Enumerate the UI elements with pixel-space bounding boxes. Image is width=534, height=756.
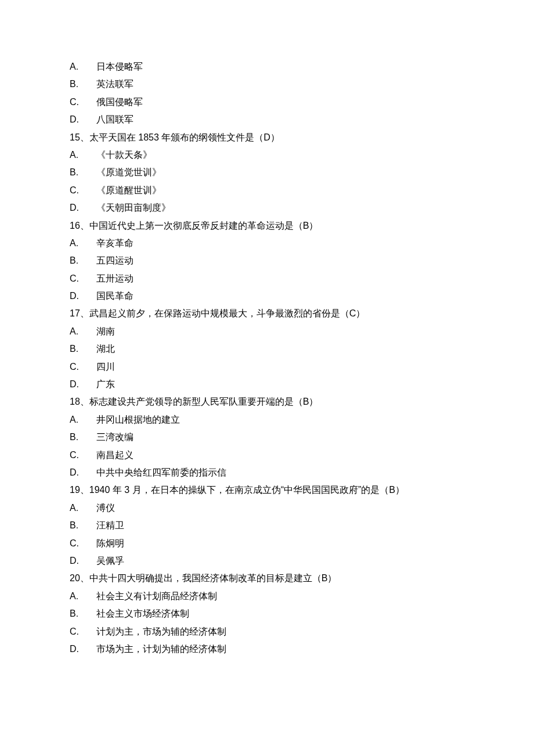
option-row: A. 日本侵略军 bbox=[70, 58, 464, 75]
option-row: A. 溥仪 bbox=[70, 499, 464, 517]
option-letter: A. bbox=[70, 323, 96, 340]
option-letter: B. bbox=[70, 164, 96, 181]
question-number: 20、 bbox=[70, 573, 89, 583]
option-row: D. 市场为主，计划为辅的经济体制 bbox=[70, 640, 464, 658]
option-letter: D. bbox=[70, 199, 96, 217]
question-stem: 18、标志建设共产党领导的新型人民军队重要开端的是（B） bbox=[70, 393, 464, 411]
option-row: D. 八国联军 bbox=[70, 111, 464, 128]
option-letter: A. bbox=[70, 146, 96, 164]
option-row: D. 国民革命 bbox=[70, 287, 464, 305]
option-letter: C. bbox=[70, 93, 96, 111]
option-letter: D. bbox=[70, 640, 96, 658]
option-row: A. 井冈山根据地的建立 bbox=[70, 411, 464, 429]
question-number: 19、 bbox=[70, 485, 89, 495]
option-letter: A. bbox=[70, 411, 96, 429]
option-text: 五卅运动 bbox=[96, 270, 134, 287]
option-letter: A. bbox=[70, 499, 96, 517]
option-letter: C. bbox=[70, 358, 96, 376]
option-text: 溥仪 bbox=[96, 499, 115, 517]
option-letter: D. bbox=[70, 464, 96, 481]
option-text: 湖北 bbox=[96, 340, 115, 358]
option-text: 南昌起义 bbox=[96, 447, 134, 464]
option-row: C. 五卅运动 bbox=[70, 270, 464, 287]
question-text: 中共十四大明确提出，我国经济体制改革的目标是建立（B） bbox=[89, 573, 337, 583]
question-text: 1940 年 3 月，在日本的操纵下，在南京成立伪“中华民国国民政府”的是（B） bbox=[89, 485, 405, 495]
question-stem: 16、中国近代史上第一次彻底反帝反封建的革命运动是（B） bbox=[70, 217, 464, 235]
option-letter: C. bbox=[70, 535, 96, 552]
option-row: C. 陈炯明 bbox=[70, 535, 464, 552]
option-text: 广东 bbox=[96, 376, 115, 393]
question-number: 16、 bbox=[70, 221, 89, 231]
option-text: 《原道醒世训》 bbox=[96, 182, 161, 199]
option-row: A. 社会主义有计划商品经济体制 bbox=[70, 588, 464, 605]
option-row: B. 《原道觉世训》 bbox=[70, 164, 464, 181]
question-text: 太平天国在 1853 年颁布的纲领性文件是（D） bbox=[89, 132, 280, 142]
option-text: 汪精卫 bbox=[96, 517, 124, 534]
option-text: 八国联军 bbox=[96, 111, 134, 128]
option-row: B. 湖北 bbox=[70, 340, 464, 358]
option-letter: A. bbox=[70, 235, 96, 252]
option-text: 《原道觉世训》 bbox=[96, 164, 161, 181]
option-text: 《天朝田亩制度》 bbox=[96, 199, 171, 217]
option-row: B. 英法联军 bbox=[70, 75, 464, 93]
option-letter: B. bbox=[70, 517, 96, 534]
option-letter: D. bbox=[70, 376, 96, 393]
question-number: 15、 bbox=[70, 132, 89, 142]
option-letter: D. bbox=[70, 552, 96, 570]
option-letter: B. bbox=[70, 75, 96, 93]
option-row: D. 中共中央给红四军前委的指示信 bbox=[70, 464, 464, 481]
question-stem: 15、太平天国在 1853 年颁布的纲领性文件是（D） bbox=[70, 129, 464, 146]
option-text: 计划为主，市场为辅的经济体制 bbox=[96, 623, 226, 640]
option-row: B. 三湾改编 bbox=[70, 429, 464, 446]
option-row: C. 四川 bbox=[70, 358, 464, 376]
question-stem: 20、中共十四大明确提出，我国经济体制改革的目标是建立（B） bbox=[70, 570, 464, 587]
option-text: 俄国侵略军 bbox=[96, 93, 143, 111]
option-text: 五四运动 bbox=[96, 252, 134, 269]
option-row: A. 辛亥革命 bbox=[70, 235, 464, 252]
option-text: 日本侵略军 bbox=[96, 58, 143, 75]
option-letter: B. bbox=[70, 605, 96, 622]
option-text: 社会主义有计划商品经济体制 bbox=[96, 588, 217, 605]
question-stem: 19、1940 年 3 月，在日本的操纵下，在南京成立伪“中华民国国民政府”的是… bbox=[70, 481, 464, 499]
option-row: B. 社会主义市场经济体制 bbox=[70, 605, 464, 622]
document-page: A. 日本侵略军 B. 英法联军 C. 俄国侵略军 D. 八国联军 15、太平天… bbox=[0, 0, 534, 716]
option-letter: D. bbox=[70, 287, 96, 305]
option-letter: C. bbox=[70, 623, 96, 640]
option-row: A. 湖南 bbox=[70, 323, 464, 340]
option-row: D. 《天朝田亩制度》 bbox=[70, 199, 464, 217]
option-text: 四川 bbox=[96, 358, 115, 376]
option-letter: B. bbox=[70, 252, 96, 269]
option-row: D. 吴佩孚 bbox=[70, 552, 464, 570]
option-text: 辛亥革命 bbox=[96, 235, 134, 252]
option-letter: C. bbox=[70, 182, 96, 199]
question-stem: 17、武昌起义前夕，在保路运动中规模最大，斗争最激烈的省份是（C） bbox=[70, 305, 464, 322]
question-text: 标志建设共产党领导的新型人民军队重要开端的是（B） bbox=[89, 397, 319, 406]
option-letter: C. bbox=[70, 270, 96, 287]
option-row: B. 五四运动 bbox=[70, 252, 464, 269]
option-text: 《十款天条》 bbox=[96, 146, 152, 164]
option-text: 社会主义市场经济体制 bbox=[96, 605, 189, 622]
option-text: 中共中央给红四军前委的指示信 bbox=[96, 464, 226, 481]
option-row: A. 《十款天条》 bbox=[70, 146, 464, 164]
option-letter: B. bbox=[70, 340, 96, 358]
option-row: B. 汪精卫 bbox=[70, 517, 464, 534]
option-text: 市场为主，计划为辅的经济体制 bbox=[96, 640, 226, 658]
option-letter: C. bbox=[70, 447, 96, 464]
question-text: 武昌起义前夕，在保路运动中规模最大，斗争最激烈的省份是（C） bbox=[89, 308, 366, 318]
option-row: C. 计划为主，市场为辅的经济体制 bbox=[70, 623, 464, 640]
option-text: 英法联军 bbox=[96, 75, 134, 93]
option-text: 井冈山根据地的建立 bbox=[96, 411, 180, 429]
option-text: 湖南 bbox=[96, 323, 115, 340]
option-letter: B. bbox=[70, 429, 96, 446]
option-row: C. 《原道醒世训》 bbox=[70, 182, 464, 199]
option-text: 陈炯明 bbox=[96, 535, 124, 552]
option-text: 三湾改编 bbox=[96, 429, 134, 446]
option-row: D. 广东 bbox=[70, 376, 464, 393]
option-text: 吴佩孚 bbox=[96, 552, 124, 570]
option-text: 国民革命 bbox=[96, 287, 134, 305]
question-number: 17、 bbox=[70, 308, 89, 318]
option-letter: D. bbox=[70, 111, 96, 128]
option-row: C. 俄国侵略军 bbox=[70, 93, 464, 111]
option-row: C. 南昌起义 bbox=[70, 447, 464, 464]
question-number: 18、 bbox=[70, 397, 89, 406]
